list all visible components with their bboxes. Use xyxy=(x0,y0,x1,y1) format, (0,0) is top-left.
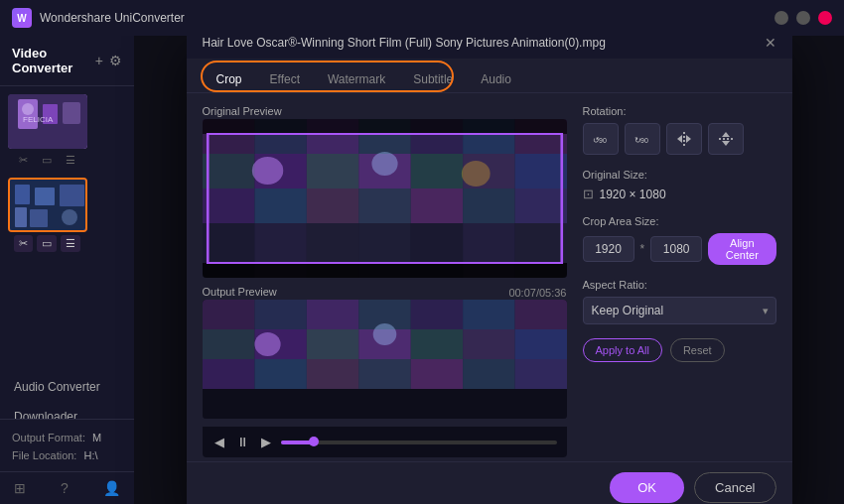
svg-rect-66 xyxy=(358,359,410,389)
thumbnail-area: FELICIA ✂ ▭ ☰ xyxy=(0,86,134,263)
pause-button[interactable]: ⏸ xyxy=(234,433,251,451)
original-size-display: ⊡ 1920 × 1080 xyxy=(583,187,776,201)
svg-rect-54 xyxy=(463,300,514,329)
thumb-controls-1: ✂ ▭ ☰ xyxy=(8,149,126,172)
svg-rect-33 xyxy=(463,189,514,223)
flip-horizontal-button[interactable] xyxy=(666,123,702,155)
aspect-ratio-label: Aspect Ratio: xyxy=(583,279,776,291)
original-size-label: Original Size: xyxy=(583,169,776,181)
sidebar-nav xyxy=(0,310,134,372)
svg-rect-34 xyxy=(514,189,566,223)
flip-vertical-button[interactable] xyxy=(708,123,744,155)
dialog-body: Original Preview xyxy=(187,93,792,461)
svg-rect-9 xyxy=(60,185,84,206)
clip-icon-2[interactable]: ▭ xyxy=(37,235,57,252)
help-icon[interactable]: ? xyxy=(61,480,69,496)
svg-point-12 xyxy=(62,209,77,225)
original-size-section: Original Size: ⊡ 1920 × 1080 xyxy=(583,169,776,201)
rotate-ccw-button[interactable]: ↺ 90 xyxy=(583,123,619,155)
rotation-section: Rotation: ↺ 90 xyxy=(583,105,776,155)
sidebar-menu: Audio Converter Downloader Video Compres… xyxy=(0,372,134,419)
maximize-button[interactable] xyxy=(796,11,810,25)
svg-marker-79 xyxy=(686,135,691,143)
tab-effect[interactable]: Effect xyxy=(256,66,314,92)
svg-rect-45 xyxy=(203,119,567,134)
svg-rect-8 xyxy=(35,188,55,205)
svg-rect-68 xyxy=(463,359,514,389)
minimize-button[interactable] xyxy=(774,11,788,25)
progress-bar[interactable] xyxy=(281,441,557,444)
aspect-ratio-select[interactable]: Keep Original 16:9 4:3 1:1 xyxy=(583,297,776,324)
cut-icon-1[interactable]: ✂ xyxy=(14,152,33,169)
prev-frame-button[interactable]: ◀ xyxy=(212,433,226,451)
sidebar-footer: ⊞ ? 👤 xyxy=(0,471,134,504)
output-preview-section: Output Preview 00:07/05:36 xyxy=(203,286,567,419)
tab-watermark[interactable]: Watermark xyxy=(314,66,399,92)
svg-rect-7 xyxy=(15,185,30,204)
align-center-button[interactable]: Align Center xyxy=(708,233,775,265)
main-area: Hair Love Oscar®-Winning Short Film (Ful… xyxy=(134,36,844,504)
svg-rect-53 xyxy=(410,300,462,329)
dialog: Hair Love Oscar®-Winning Short Film (Ful… xyxy=(187,36,792,504)
right-panel: Rotation: ↺ 90 xyxy=(583,105,776,449)
svg-rect-56 xyxy=(203,329,254,359)
thumb-controls-2: ✂ ▭ ☰ xyxy=(8,232,126,255)
svg-rect-32 xyxy=(410,189,462,223)
settings-icon[interactable]: ⚙ xyxy=(109,53,122,68)
thumbnail-2[interactable]: ✂ ▭ ☰ xyxy=(8,178,126,255)
sidebar-item-audio-converter[interactable]: Audio Converter xyxy=(0,372,134,402)
svg-rect-3 xyxy=(63,102,80,124)
time-display: 00:07/05:36 xyxy=(508,287,566,299)
dialog-close-button[interactable]: ✕ xyxy=(765,36,776,51)
svg-rect-65 xyxy=(306,359,357,389)
user-icon[interactable]: 👤 xyxy=(103,480,120,496)
svg-rect-69 xyxy=(514,359,566,389)
original-video-content xyxy=(203,119,567,278)
svg-rect-30 xyxy=(306,189,357,223)
original-preview-video xyxy=(203,119,567,278)
next-frame-button[interactable]: ▶ xyxy=(259,433,273,451)
title-bar: W Wondershare UniConverter xyxy=(0,0,844,36)
svg-rect-64 xyxy=(254,359,306,389)
crop-height-input[interactable] xyxy=(650,236,702,262)
ok-button[interactable]: OK xyxy=(610,472,684,503)
reset-button[interactable]: Reset xyxy=(670,338,725,362)
output-preview-label: Output Preview xyxy=(203,286,277,298)
crop-size-row: * Align Center xyxy=(583,233,776,265)
cut-icon-2[interactable]: ✂ xyxy=(14,235,33,252)
dialog-tabs: Crop Effect Watermark Subtitle Audio xyxy=(187,59,792,93)
rotate-cw-button[interactable]: ↻ 90 xyxy=(625,123,660,155)
crop-area-label: Crop Area Size: xyxy=(583,215,776,227)
svg-point-72 xyxy=(372,323,396,345)
svg-rect-25 xyxy=(410,154,462,189)
add-file-icon[interactable]: + xyxy=(95,53,103,68)
svg-rect-11 xyxy=(30,209,48,227)
tab-audio[interactable]: Audio xyxy=(467,66,525,92)
sidebar-bottom: Output Format: M File Location: H:\ xyxy=(0,419,134,471)
title-bar-left: W Wondershare UniConverter xyxy=(12,8,185,28)
apply-to-all-button[interactable]: Apply to All xyxy=(583,338,662,362)
cancel-button[interactable]: Cancel xyxy=(694,472,775,503)
original-preview-label: Original Preview xyxy=(203,105,567,117)
crop-area-section: Crop Area Size: * Align Center xyxy=(583,215,776,265)
clip-icon-1[interactable]: ▭ xyxy=(37,152,57,169)
sidebar: Video Converter + ⚙ xyxy=(0,36,134,504)
svg-rect-21 xyxy=(203,154,254,189)
svg-rect-28 xyxy=(203,189,254,223)
close-button[interactable] xyxy=(818,11,832,25)
home-icon[interactable]: ⊞ xyxy=(14,480,26,496)
rotation-buttons: ↺ 90 ↻ 90 xyxy=(583,123,776,155)
progress-dot xyxy=(309,437,319,446)
list-icon-1[interactable]: ☰ xyxy=(61,152,80,169)
list-icon-2[interactable]: ☰ xyxy=(61,235,80,252)
svg-rect-49 xyxy=(203,300,254,329)
app-window: W Wondershare UniConverter Video Convert… xyxy=(0,0,844,504)
aspect-ratio-select-wrapper: Keep Original 16:9 4:3 1:1 xyxy=(583,297,776,324)
sidebar-item-downloader[interactable]: Downloader xyxy=(0,402,134,419)
output-preview-header: Output Preview 00:07/05:36 xyxy=(203,286,567,300)
crop-width-input[interactable] xyxy=(583,236,634,262)
thumbnail-1[interactable]: FELICIA ✂ ▭ ☰ xyxy=(8,94,126,172)
preview-area: Original Preview xyxy=(203,105,567,449)
tab-crop[interactable]: Crop xyxy=(203,66,256,92)
tab-subtitle[interactable]: Subtitle xyxy=(399,66,467,92)
